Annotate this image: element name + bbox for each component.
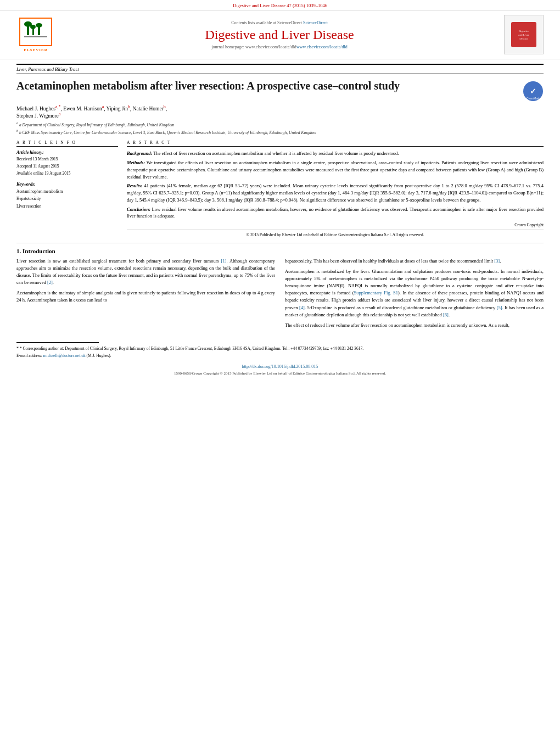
- available-date: Available online 19 August 2015: [16, 170, 118, 177]
- keyword-2: Hepatotoxicity: [16, 195, 118, 203]
- journal-header: ELSEVIER Contents lists available at Sci…: [0, 10, 560, 59]
- intro-col-left: Liver resection is now an established su…: [16, 258, 275, 333]
- section-divider: [16, 243, 544, 243]
- article-title-row: Acetaminophen metabolism after liver res…: [16, 79, 544, 102]
- author-4: Natalie Homer: [133, 106, 164, 111]
- journal-homepage-line: journal homepage: www.elsevier.com/locat…: [66, 44, 493, 49]
- crossmark-svg: ✓ CrossMark: [523, 81, 544, 102]
- elsevier-tree-svg: [21, 21, 50, 42]
- two-col-layout: A R T I C L E I N F O Article history: R…: [0, 140, 560, 238]
- toxic-word: toxic: [489, 276, 498, 281]
- intro-col-right: hepatotoxicity. This has been observed i…: [285, 258, 544, 333]
- footnote-star: *: [16, 346, 19, 351]
- copyright-notice: © 2015 Published by Elsevier Ltd on beha…: [127, 230, 544, 238]
- author-2: Ewen M. Harrison: [63, 106, 102, 111]
- intro-p2: Acetaminophen is the mainstay of simple …: [16, 289, 275, 304]
- doi-footer: http://dx.doi.org/10.1016/j.dld.2015.08.…: [0, 362, 560, 370]
- intro-p3: hepatotoxicity. This has been observed i…: [285, 258, 544, 265]
- email-address[interactable]: michaelh@doctors.net.uk: [43, 353, 86, 358]
- svg-text:Disease: Disease: [519, 37, 528, 40]
- article-title: Acetaminophen metabolism after liver res…: [16, 79, 400, 93]
- ref-3[interactable]: [3]: [494, 258, 500, 264]
- conclusion-para: Conclusion: Low residual liver volume re…: [127, 206, 544, 220]
- author-5: Stephen J. Wigmore: [16, 113, 59, 119]
- intro-p5: The effect of reduced liver volume after…: [285, 322, 544, 329]
- journal-logo-svg: Digestive and Liver Disease: [510, 21, 537, 48]
- methods-para: Methods: We investigated the effects of …: [127, 159, 544, 180]
- abstract-text: Background: The effect of liver resectio…: [127, 150, 544, 238]
- section-label: Liver, Pancreas and Biliary Tract: [16, 64, 544, 74]
- ref-1[interactable]: [1]: [221, 258, 227, 264]
- methods-text: We investigated the effects of liver res…: [127, 160, 544, 180]
- author-3: Yiping Jin: [107, 106, 128, 111]
- affiliations: a a Department of Clinical Surgery, Roya…: [16, 121, 544, 136]
- background-label: Background:: [127, 150, 152, 156]
- results-label: Results:: [127, 183, 142, 188]
- keywords-label: Keywords:: [16, 182, 118, 187]
- ref-4[interactable]: [4]: [299, 305, 305, 310]
- ref-2[interactable]: [2]: [47, 280, 53, 285]
- ref-5[interactable]: [5]: [497, 305, 502, 310]
- intro-p4: Acetaminophen is metabolized by the live…: [285, 268, 544, 319]
- received-date: Received 13 March 2015: [16, 156, 118, 163]
- article-section: Liver, Pancreas and Biliary Tract Acetam…: [0, 59, 560, 136]
- intro-title: 1. Introduction: [16, 248, 544, 254]
- svg-text:✓: ✓: [530, 87, 536, 96]
- journal-title-header: Digestive and Liver Disease: [66, 27, 493, 42]
- article-info-title: A R T I C L E I N F O: [16, 140, 118, 147]
- ref-6[interactable]: [6]: [443, 312, 449, 317]
- methods-label: Methods:: [127, 160, 145, 165]
- crown-copyright: Crown Copyright: [127, 222, 544, 228]
- intro-section: 1. Introduction Liver resection is now a…: [0, 248, 560, 333]
- conclusion-label: Conclusion:: [127, 207, 150, 212]
- keyword-1: Acetaminophen metabolism: [16, 188, 118, 196]
- abstract-title: A B S T R A C T: [127, 140, 544, 147]
- doi-bar: Digestive and Liver Disease 47 (2015) 10…: [0, 0, 560, 10]
- footnote-corresponding: * * Corresponding author at: Department …: [16, 345, 544, 353]
- elsevier-logo: ELSEVIER: [16, 18, 55, 52]
- abstract-col: A B S T R A C T Background: The effect o…: [127, 140, 544, 238]
- intro-p1: Liver resection is now an established su…: [16, 258, 275, 287]
- history-label: Article history:: [16, 150, 118, 155]
- footnote-divider: [16, 342, 99, 343]
- supplementary-link[interactable]: Supplementary Fig. S1: [354, 290, 398, 295]
- svg-point-3: [30, 25, 36, 29]
- homepage-link[interactable]: www.elsevier.com/locate/dld: [296, 44, 348, 49]
- journal-logo-right: Digestive and Liver Disease: [504, 15, 544, 54]
- conclusion-text: Low residual liver volume results in alt…: [127, 207, 544, 219]
- svg-point-5: [36, 23, 42, 27]
- email-label: E-mail address:: [16, 353, 42, 358]
- svg-text:CrossMark: CrossMark: [527, 97, 540, 100]
- footnote-email: E-mail address: michaelh@doctors.net.uk …: [16, 353, 544, 359]
- copyright-footer: 1590-8658/Crown Copyright © 2015 Publish…: [0, 370, 560, 380]
- accepted-date: Accepted 11 August 2015: [16, 163, 118, 170]
- article-history: Article history: Received 13 March 2015 …: [16, 150, 118, 177]
- results-text: 41 patients (41% female, median age 62 […: [127, 183, 544, 203]
- intro-two-col: Liver resection is now an established su…: [16, 258, 544, 333]
- sciencedirect-line: Contents lists available at ScienceDirec…: [66, 20, 493, 25]
- elsevier-text: ELSEVIER: [24, 48, 47, 52]
- svg-text:and Liver: and Liver: [518, 34, 529, 36]
- authors: Michael J. Hughesa,*, Ewen M. Harrisona,…: [16, 104, 544, 119]
- email-name: (M.J. Hughes).: [87, 353, 111, 358]
- article-footer: * * Corresponding author at: Department …: [0, 338, 560, 362]
- svg-text:Digestive: Digestive: [518, 30, 529, 32]
- article-info-col: A R T I C L E I N F O Article history: R…: [16, 140, 118, 238]
- results-para: Results: 41 patients (41% female, median…: [127, 182, 544, 203]
- crossmark-logo[interactable]: ✓ CrossMark: [523, 81, 544, 102]
- keywords-section: Keywords: Acetaminophen metabolism Hepat…: [16, 182, 118, 210]
- background-text: The effect of liver resection on acetami…: [153, 150, 399, 156]
- author-1: Michael J. Hughes: [16, 106, 55, 111]
- sciencedirect-link[interactable]: ScienceDirect: [303, 20, 328, 25]
- keyword-3: Liver resection: [16, 203, 118, 210]
- journal-center: Contents lists available at ScienceDirec…: [55, 20, 504, 49]
- background-para: Background: The effect of liver resectio…: [127, 150, 544, 157]
- doi-link[interactable]: http://dx.doi.org/10.1016/j.dld.2015.08.…: [242, 364, 318, 369]
